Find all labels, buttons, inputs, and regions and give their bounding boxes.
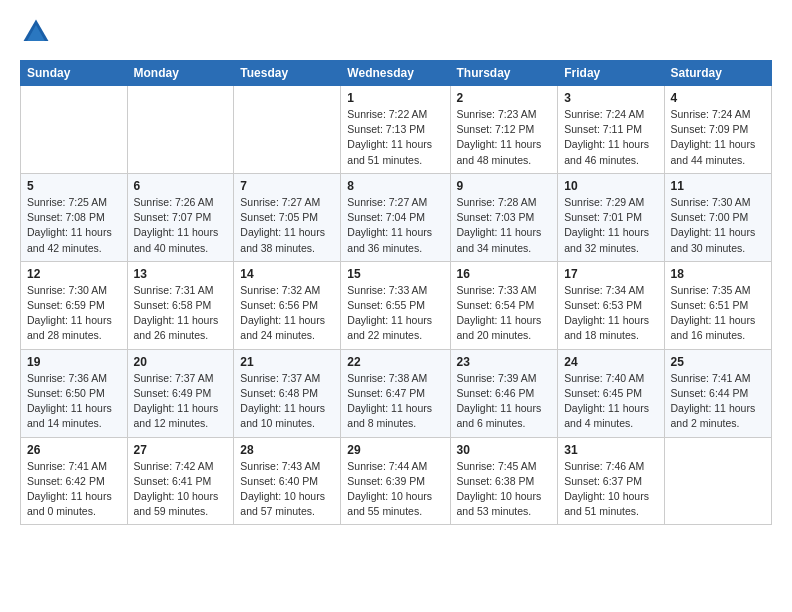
day-info: Sunrise: 7:30 AMSunset: 7:00 PMDaylight:… bbox=[671, 195, 765, 256]
column-header-tuesday: Tuesday bbox=[234, 61, 341, 86]
day-info: Sunrise: 7:33 AMSunset: 6:55 PMDaylight:… bbox=[347, 283, 443, 344]
calendar-cell: 9Sunrise: 7:28 AMSunset: 7:03 PMDaylight… bbox=[450, 173, 558, 261]
day-number: 22 bbox=[347, 355, 443, 369]
day-info: Sunrise: 7:29 AMSunset: 7:01 PMDaylight:… bbox=[564, 195, 657, 256]
day-info: Sunrise: 7:25 AMSunset: 7:08 PMDaylight:… bbox=[27, 195, 121, 256]
calendar-cell: 18Sunrise: 7:35 AMSunset: 6:51 PMDayligh… bbox=[664, 261, 771, 349]
calendar-cell: 2Sunrise: 7:23 AMSunset: 7:12 PMDaylight… bbox=[450, 86, 558, 174]
column-header-monday: Monday bbox=[127, 61, 234, 86]
week-row-3: 12Sunrise: 7:30 AMSunset: 6:59 PMDayligh… bbox=[21, 261, 772, 349]
day-number: 6 bbox=[134, 179, 228, 193]
calendar-header-row: SundayMondayTuesdayWednesdayThursdayFrid… bbox=[21, 61, 772, 86]
day-number: 19 bbox=[27, 355, 121, 369]
calendar-cell bbox=[664, 437, 771, 525]
day-info: Sunrise: 7:38 AMSunset: 6:47 PMDaylight:… bbox=[347, 371, 443, 432]
calendar-cell bbox=[234, 86, 341, 174]
day-info: Sunrise: 7:22 AMSunset: 7:13 PMDaylight:… bbox=[347, 107, 443, 168]
day-info: Sunrise: 7:37 AMSunset: 6:48 PMDaylight:… bbox=[240, 371, 334, 432]
day-info: Sunrise: 7:35 AMSunset: 6:51 PMDaylight:… bbox=[671, 283, 765, 344]
calendar-cell: 4Sunrise: 7:24 AMSunset: 7:09 PMDaylight… bbox=[664, 86, 771, 174]
day-info: Sunrise: 7:43 AMSunset: 6:40 PMDaylight:… bbox=[240, 459, 334, 520]
day-info: Sunrise: 7:41 AMSunset: 6:42 PMDaylight:… bbox=[27, 459, 121, 520]
day-info: Sunrise: 7:39 AMSunset: 6:46 PMDaylight:… bbox=[457, 371, 552, 432]
week-row-4: 19Sunrise: 7:36 AMSunset: 6:50 PMDayligh… bbox=[21, 349, 772, 437]
calendar-cell: 14Sunrise: 7:32 AMSunset: 6:56 PMDayligh… bbox=[234, 261, 341, 349]
day-number: 4 bbox=[671, 91, 765, 105]
day-number: 3 bbox=[564, 91, 657, 105]
calendar-cell: 20Sunrise: 7:37 AMSunset: 6:49 PMDayligh… bbox=[127, 349, 234, 437]
day-number: 27 bbox=[134, 443, 228, 457]
column-header-saturday: Saturday bbox=[664, 61, 771, 86]
calendar-cell: 23Sunrise: 7:39 AMSunset: 6:46 PMDayligh… bbox=[450, 349, 558, 437]
calendar-cell: 13Sunrise: 7:31 AMSunset: 6:58 PMDayligh… bbox=[127, 261, 234, 349]
column-header-friday: Friday bbox=[558, 61, 664, 86]
calendar-cell: 29Sunrise: 7:44 AMSunset: 6:39 PMDayligh… bbox=[341, 437, 450, 525]
week-row-5: 26Sunrise: 7:41 AMSunset: 6:42 PMDayligh… bbox=[21, 437, 772, 525]
column-header-wednesday: Wednesday bbox=[341, 61, 450, 86]
column-header-sunday: Sunday bbox=[21, 61, 128, 86]
day-info: Sunrise: 7:31 AMSunset: 6:58 PMDaylight:… bbox=[134, 283, 228, 344]
calendar-cell: 30Sunrise: 7:45 AMSunset: 6:38 PMDayligh… bbox=[450, 437, 558, 525]
calendar-cell: 17Sunrise: 7:34 AMSunset: 6:53 PMDayligh… bbox=[558, 261, 664, 349]
calendar-cell: 12Sunrise: 7:30 AMSunset: 6:59 PMDayligh… bbox=[21, 261, 128, 349]
calendar-cell: 8Sunrise: 7:27 AMSunset: 7:04 PMDaylight… bbox=[341, 173, 450, 261]
day-info: Sunrise: 7:26 AMSunset: 7:07 PMDaylight:… bbox=[134, 195, 228, 256]
day-info: Sunrise: 7:24 AMSunset: 7:09 PMDaylight:… bbox=[671, 107, 765, 168]
day-number: 17 bbox=[564, 267, 657, 281]
day-number: 14 bbox=[240, 267, 334, 281]
calendar-cell: 24Sunrise: 7:40 AMSunset: 6:45 PMDayligh… bbox=[558, 349, 664, 437]
day-info: Sunrise: 7:27 AMSunset: 7:05 PMDaylight:… bbox=[240, 195, 334, 256]
calendar-cell bbox=[21, 86, 128, 174]
day-number: 31 bbox=[564, 443, 657, 457]
calendar-cell: 10Sunrise: 7:29 AMSunset: 7:01 PMDayligh… bbox=[558, 173, 664, 261]
day-number: 18 bbox=[671, 267, 765, 281]
calendar-cell: 7Sunrise: 7:27 AMSunset: 7:05 PMDaylight… bbox=[234, 173, 341, 261]
day-info: Sunrise: 7:33 AMSunset: 6:54 PMDaylight:… bbox=[457, 283, 552, 344]
day-number: 26 bbox=[27, 443, 121, 457]
day-number: 20 bbox=[134, 355, 228, 369]
day-number: 23 bbox=[457, 355, 552, 369]
day-number: 1 bbox=[347, 91, 443, 105]
day-info: Sunrise: 7:42 AMSunset: 6:41 PMDaylight:… bbox=[134, 459, 228, 520]
calendar-cell: 31Sunrise: 7:46 AMSunset: 6:37 PMDayligh… bbox=[558, 437, 664, 525]
calendar-cell: 5Sunrise: 7:25 AMSunset: 7:08 PMDaylight… bbox=[21, 173, 128, 261]
day-number: 25 bbox=[671, 355, 765, 369]
logo-icon bbox=[20, 16, 52, 48]
day-number: 9 bbox=[457, 179, 552, 193]
column-header-thursday: Thursday bbox=[450, 61, 558, 86]
day-number: 10 bbox=[564, 179, 657, 193]
calendar-cell: 6Sunrise: 7:26 AMSunset: 7:07 PMDaylight… bbox=[127, 173, 234, 261]
header bbox=[20, 16, 772, 48]
day-number: 11 bbox=[671, 179, 765, 193]
page: SundayMondayTuesdayWednesdayThursdayFrid… bbox=[0, 0, 792, 612]
calendar-table: SundayMondayTuesdayWednesdayThursdayFrid… bbox=[20, 60, 772, 525]
logo bbox=[20, 16, 54, 48]
calendar-cell: 19Sunrise: 7:36 AMSunset: 6:50 PMDayligh… bbox=[21, 349, 128, 437]
day-number: 15 bbox=[347, 267, 443, 281]
day-info: Sunrise: 7:23 AMSunset: 7:12 PMDaylight:… bbox=[457, 107, 552, 168]
day-info: Sunrise: 7:28 AMSunset: 7:03 PMDaylight:… bbox=[457, 195, 552, 256]
day-number: 13 bbox=[134, 267, 228, 281]
calendar-cell: 15Sunrise: 7:33 AMSunset: 6:55 PMDayligh… bbox=[341, 261, 450, 349]
day-number: 28 bbox=[240, 443, 334, 457]
day-info: Sunrise: 7:46 AMSunset: 6:37 PMDaylight:… bbox=[564, 459, 657, 520]
day-number: 7 bbox=[240, 179, 334, 193]
day-info: Sunrise: 7:40 AMSunset: 6:45 PMDaylight:… bbox=[564, 371, 657, 432]
day-info: Sunrise: 7:37 AMSunset: 6:49 PMDaylight:… bbox=[134, 371, 228, 432]
day-info: Sunrise: 7:45 AMSunset: 6:38 PMDaylight:… bbox=[457, 459, 552, 520]
day-info: Sunrise: 7:34 AMSunset: 6:53 PMDaylight:… bbox=[564, 283, 657, 344]
day-info: Sunrise: 7:36 AMSunset: 6:50 PMDaylight:… bbox=[27, 371, 121, 432]
day-number: 29 bbox=[347, 443, 443, 457]
calendar-cell: 3Sunrise: 7:24 AMSunset: 7:11 PMDaylight… bbox=[558, 86, 664, 174]
day-number: 21 bbox=[240, 355, 334, 369]
calendar-cell: 27Sunrise: 7:42 AMSunset: 6:41 PMDayligh… bbox=[127, 437, 234, 525]
day-number: 16 bbox=[457, 267, 552, 281]
calendar-cell: 16Sunrise: 7:33 AMSunset: 6:54 PMDayligh… bbox=[450, 261, 558, 349]
day-number: 2 bbox=[457, 91, 552, 105]
calendar-cell: 22Sunrise: 7:38 AMSunset: 6:47 PMDayligh… bbox=[341, 349, 450, 437]
day-info: Sunrise: 7:44 AMSunset: 6:39 PMDaylight:… bbox=[347, 459, 443, 520]
day-number: 8 bbox=[347, 179, 443, 193]
week-row-1: 1Sunrise: 7:22 AMSunset: 7:13 PMDaylight… bbox=[21, 86, 772, 174]
calendar-cell: 25Sunrise: 7:41 AMSunset: 6:44 PMDayligh… bbox=[664, 349, 771, 437]
day-number: 30 bbox=[457, 443, 552, 457]
